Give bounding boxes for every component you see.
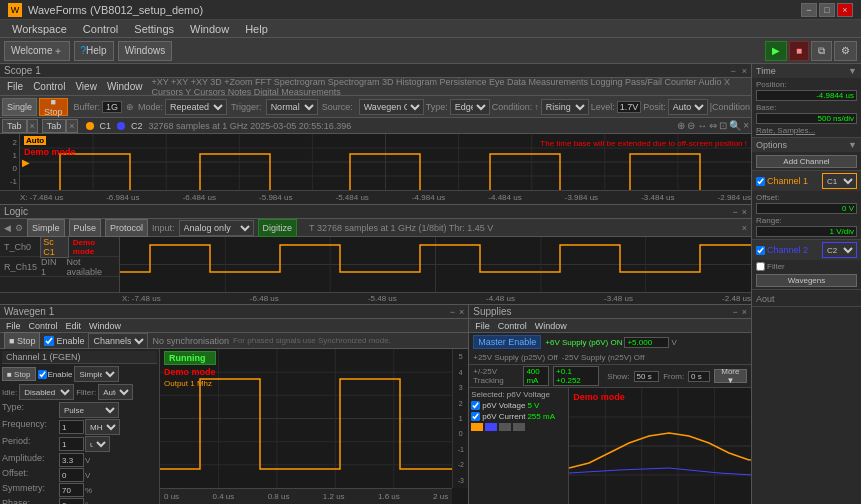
- meas-ch0-checkbox[interactable]: [471, 401, 480, 410]
- scope1-menu-view[interactable]: View: [70, 78, 102, 96]
- logic-digitize-btn[interactable]: Digitize: [258, 219, 298, 237]
- scope1-icon5[interactable]: ⊡: [719, 120, 727, 131]
- ch1-tab-label[interactable]: Tab: [2, 119, 27, 133]
- more-button[interactable]: More ▼: [714, 369, 747, 383]
- window-controls[interactable]: − □ ×: [801, 3, 853, 17]
- minimize-button[interactable]: −: [801, 3, 817, 17]
- logic-minimize[interactable]: −: [732, 207, 737, 217]
- scope1-icon6[interactable]: 🔍: [729, 120, 741, 131]
- add-channel-button[interactable]: Add Channel: [756, 155, 857, 168]
- scope1-icon1[interactable]: ⊕: [677, 120, 685, 131]
- right-options-expand[interactable]: ▼: [848, 140, 857, 150]
- layout-button[interactable]: ⧉: [811, 41, 832, 61]
- logic-settings-icon[interactable]: ⚙: [15, 223, 23, 233]
- scope1-menu-control[interactable]: Control: [28, 78, 70, 96]
- wavegen-period-input[interactable]: [59, 437, 84, 451]
- ch2-filter-checkbox[interactable]: [756, 262, 765, 271]
- master-enable-button[interactable]: Master Enable: [473, 335, 541, 349]
- close-button[interactable]: ×: [837, 3, 853, 17]
- supplies-controls[interactable]: − ×: [732, 307, 747, 317]
- scope1-cond-select[interactable]: Rising: [541, 99, 589, 115]
- supplies-menu-window[interactable]: Window: [531, 317, 571, 335]
- logic-protocol-btn[interactable]: Protocol: [105, 219, 148, 237]
- tracking-val[interactable]: +0.1 +0.252: [553, 366, 599, 386]
- ch2-tab[interactable]: Tab ×: [42, 119, 78, 133]
- supplies-minimize[interactable]: −: [732, 307, 737, 317]
- windows-button[interactable]: Windows: [118, 41, 173, 61]
- wavegen-period-unit[interactable]: us: [85, 436, 110, 452]
- scope1-icon4[interactable]: ⇔: [709, 120, 717, 131]
- supply-p6v-val[interactable]: +5.000: [624, 337, 669, 348]
- scope1-close-wave[interactable]: ×: [743, 120, 749, 131]
- run-all-button[interactable]: ▶: [765, 41, 787, 61]
- wavegen-filter-select[interactable]: Auto: [98, 384, 133, 400]
- from-val[interactable]: 0 s: [688, 371, 710, 382]
- right-base-val[interactable]: 500 ns/div: [756, 113, 857, 124]
- menu-help[interactable]: Help: [237, 20, 276, 38]
- logic-close[interactable]: ×: [742, 207, 747, 217]
- ch2-tab-close[interactable]: ×: [66, 119, 77, 133]
- logic-close-btn[interactable]: ×: [742, 223, 747, 233]
- supplies-menu-control[interactable]: Control: [494, 317, 531, 335]
- scope1-icon3[interactable]: ↔: [697, 120, 707, 131]
- ch1-tab[interactable]: Tab ×: [2, 119, 38, 133]
- logic-ch0-pin[interactable]: Sc C1: [40, 237, 69, 258]
- scope1-pos-select[interactable]: Auto: [668, 99, 708, 115]
- ch1-scope-select[interactable]: C1: [822, 173, 857, 189]
- scope1-minimize[interactable]: −: [730, 66, 735, 76]
- wavegen-enable-checkbox[interactable]: [44, 336, 54, 346]
- wavegen-amp-input[interactable]: [59, 453, 84, 467]
- scope1-close[interactable]: ×: [742, 66, 747, 76]
- wavegen-sym-input[interactable]: [59, 483, 84, 497]
- right-rate-link[interactable]: Rate, Samples...: [756, 126, 857, 135]
- scope1-window-controls[interactable]: − ×: [730, 66, 747, 76]
- logic-simple-btn[interactable]: Simple: [27, 219, 65, 237]
- welcome-button[interactable]: Welcome ＋: [4, 41, 70, 61]
- ch2-wavegens-button[interactable]: Wavegens: [756, 274, 857, 287]
- wavegen-stop-btn[interactable]: ■ Stop: [4, 332, 40, 350]
- scope1-single-button[interactable]: Single: [2, 98, 37, 116]
- wavegen-menu-edit[interactable]: Edit: [62, 317, 86, 335]
- show-val[interactable]: 50 s: [634, 371, 660, 382]
- wavegen-freq-input[interactable]: [59, 420, 84, 434]
- logic-input-select[interactable]: Analog only: [179, 220, 254, 236]
- wavegen-controls[interactable]: − ×: [450, 307, 465, 317]
- stop-all-button[interactable]: ■: [789, 41, 809, 61]
- wavegen-ch1-stop[interactable]: ■ Stop: [2, 367, 36, 381]
- wavegen-freq-unit[interactable]: MHz: [85, 419, 120, 435]
- ch2-scope-select[interactable]: C2: [822, 242, 857, 258]
- scope1-source-select[interactable]: Wavegen C: [359, 99, 424, 115]
- logic-controls[interactable]: − ×: [732, 207, 747, 217]
- scope1-stop-button[interactable]: ■ Stop: [39, 98, 68, 116]
- scope1-buffer-val[interactable]: 1G: [102, 101, 122, 113]
- menu-workspace[interactable]: Workspace: [4, 20, 75, 38]
- wavegen-close[interactable]: ×: [459, 307, 464, 317]
- scope1-type-select[interactable]: Edge: [450, 99, 490, 115]
- meas-ch1-checkbox[interactable]: [471, 412, 480, 421]
- wavegen-minimize[interactable]: −: [450, 307, 455, 317]
- right-pos-val[interactable]: -4.9844 us: [756, 90, 857, 101]
- scope1-icon2[interactable]: ⊖: [687, 120, 695, 131]
- right-time-expand[interactable]: ▼: [848, 66, 857, 76]
- wavegen-offset-input[interactable]: [59, 468, 84, 482]
- scope1-add-icon[interactable]: ⊕: [126, 102, 134, 112]
- ch1-offset-val[interactable]: 0 V: [756, 203, 857, 214]
- wavegen-ch1-enable[interactable]: [38, 370, 47, 379]
- wavegen-phase-input[interactable]: [59, 498, 84, 504]
- supplies-menu-file[interactable]: File: [471, 317, 494, 335]
- maximize-button[interactable]: □: [819, 3, 835, 17]
- wavegen-ch1-mode[interactable]: Simple: [74, 366, 119, 382]
- wavegen-channels-select[interactable]: Channels: [88, 333, 148, 349]
- wavegen-type-select[interactable]: Pulse: [59, 402, 119, 418]
- ch1-range-val[interactable]: 1 V/div: [756, 226, 857, 237]
- menu-window[interactable]: Window: [182, 20, 237, 38]
- scope1-menu-file[interactable]: File: [2, 78, 28, 96]
- scope1-menu-window[interactable]: Window: [102, 78, 148, 96]
- settings-button[interactable]: ⚙: [834, 41, 857, 61]
- scope1-mode-select[interactable]: Repeated: [165, 99, 227, 115]
- ch2-tab-label[interactable]: Tab: [42, 119, 67, 133]
- ch2-enable-checkbox[interactable]: [756, 246, 765, 255]
- ch1-enable-checkbox[interactable]: [756, 177, 765, 186]
- menu-control[interactable]: Control: [75, 20, 126, 38]
- scope1-level-val[interactable]: 1.7V: [617, 101, 642, 113]
